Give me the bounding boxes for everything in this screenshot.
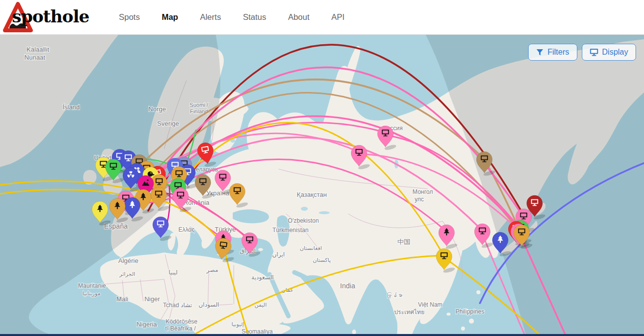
island xyxy=(461,327,465,331)
map-canvas[interactable]: KalaallitNunaatÍslandNorgeSverigeSuomi /… xyxy=(0,35,644,334)
brand-name: spothole xyxy=(12,6,89,26)
filters-button-label: Filters xyxy=(548,48,569,57)
map-label: улс xyxy=(415,196,424,203)
map-label: Қазақстан xyxy=(297,191,327,198)
map-label: إثيوبيا xyxy=(232,321,244,328)
map-label: tî Bêafrîka / xyxy=(165,325,196,332)
map-label: Philippines xyxy=(456,308,484,315)
map-label: Norge xyxy=(148,105,166,113)
lake xyxy=(319,211,330,214)
nav-item-map[interactable]: Map xyxy=(162,12,178,22)
map-controls: Filters Display xyxy=(528,44,636,61)
map-label: မြန်မာ xyxy=(386,292,403,298)
nav-item-spots[interactable]: Spots xyxy=(119,12,140,22)
map-label: Kalaallit xyxy=(26,46,49,53)
island xyxy=(177,258,184,262)
map-label: O'zbekiston xyxy=(288,217,319,224)
filters-button[interactable]: Filters xyxy=(528,44,577,61)
map-label: Nigeria xyxy=(136,321,157,328)
map-label: Niger xyxy=(144,295,160,303)
map-label: افغانستان xyxy=(300,245,322,251)
map-container[interactable]: KalaallitNunaatÍslandNorgeSverigeSuomi /… xyxy=(0,35,644,334)
footer-strip xyxy=(0,334,644,336)
map-label: 中国 xyxy=(397,238,410,246)
map-label: India xyxy=(340,282,356,290)
map-label: Монгол xyxy=(413,188,433,195)
map-label: Algérie xyxy=(118,257,138,264)
nav-item-alerts[interactable]: Alerts xyxy=(200,12,221,22)
display-button-label: Display xyxy=(602,48,628,57)
map-label: Ελλάς xyxy=(179,226,195,233)
map-label: Ködörösêse xyxy=(166,318,197,325)
map-label: الجزائر xyxy=(119,271,135,277)
map-label: ليبيا xyxy=(169,269,178,276)
nav-item-about[interactable]: About xyxy=(288,12,309,22)
island xyxy=(469,319,474,324)
map-label: مصر xyxy=(206,266,218,274)
map-label: موريتانيا xyxy=(83,290,100,297)
main-nav: SpotsMapAlertsStatusAboutAPI xyxy=(119,12,345,22)
display-monitor-icon xyxy=(590,48,598,56)
app-header: spothole SpotsMapAlertsStatusAboutAPI xyxy=(0,0,644,35)
island xyxy=(447,313,451,316)
map-label: السعودية xyxy=(252,274,274,281)
lake xyxy=(301,207,308,211)
map-label: Mauritanie xyxy=(78,282,106,289)
map-label: ประเทศไทย xyxy=(394,309,424,316)
island xyxy=(476,290,480,294)
brand-logo[interactable]: spothole xyxy=(0,0,102,35)
nav-item-api[interactable]: API xyxy=(331,12,345,22)
map-label: السودان xyxy=(198,301,219,309)
nav-item-status[interactable]: Status xyxy=(243,12,266,22)
map-label: Việt Nam xyxy=(418,301,442,308)
map-label: Tchad تشاد xyxy=(163,302,192,309)
display-button[interactable]: Display xyxy=(582,44,636,61)
map-label: Türkmenistan xyxy=(273,227,309,234)
map-label: پاکستان xyxy=(313,257,331,263)
map-label: Sverige xyxy=(157,120,179,127)
map-label: Nunaat xyxy=(24,54,45,61)
filter-funnel-icon xyxy=(536,49,544,56)
map-label: Mali xyxy=(116,295,128,303)
map-label: ایران xyxy=(272,251,284,258)
island xyxy=(258,248,263,251)
map-label: Suomi / xyxy=(189,102,208,108)
map-label: Ísland xyxy=(63,103,80,111)
